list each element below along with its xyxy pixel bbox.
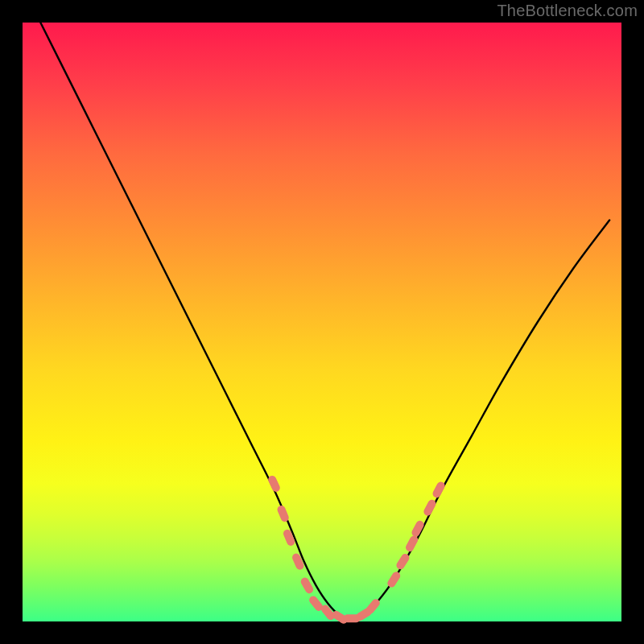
curve-marker bbox=[437, 485, 441, 493]
curve-marker bbox=[400, 558, 405, 565]
curve-marker bbox=[287, 534, 291, 542]
curve-marker bbox=[325, 609, 331, 617]
watermark-text: TheBottleneck.com bbox=[497, 2, 638, 20]
curve-marker bbox=[360, 612, 367, 617]
curve-marker bbox=[415, 525, 419, 533]
bottleneck-curve bbox=[40, 23, 609, 618]
curve-markers bbox=[272, 480, 441, 620]
curve-marker bbox=[272, 480, 276, 488]
curve-marker bbox=[370, 603, 376, 609]
curve-marker bbox=[391, 576, 396, 583]
curve-marker bbox=[410, 539, 414, 547]
curve-svg bbox=[23, 23, 621, 621]
chart-frame: TheBottleneck.com bbox=[0, 0, 644, 644]
curve-marker bbox=[305, 582, 309, 590]
curve-marker bbox=[427, 504, 431, 512]
plot-area bbox=[23, 23, 621, 621]
curve-marker bbox=[296, 558, 299, 566]
curve-marker bbox=[282, 510, 285, 518]
curve-marker bbox=[336, 615, 344, 620]
curve-marker bbox=[313, 600, 319, 607]
